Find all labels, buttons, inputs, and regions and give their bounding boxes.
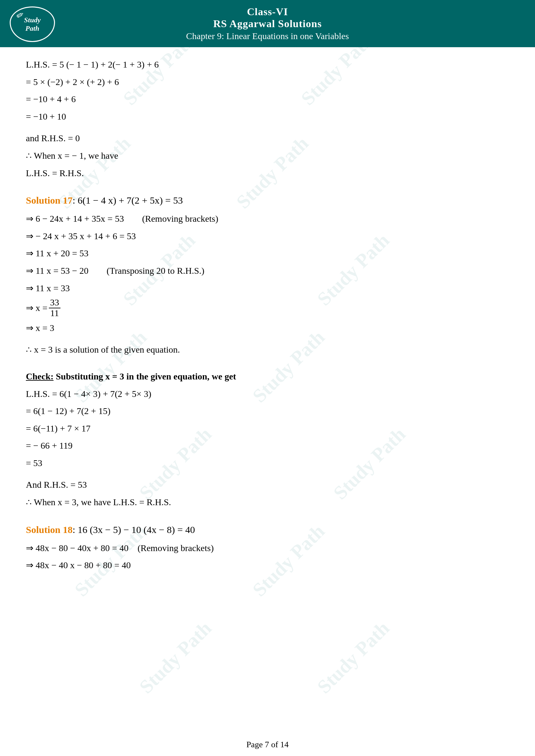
sol17-step4: ⇒ 11 x = 53 − 20 (Transposing 20 to R.H.… [26,263,509,279]
conclusion-when: ∴ When x = − 1, we have [26,148,509,164]
logo-study-text: Study [24,16,41,24]
sol17-step1: ⇒ 6 − 24x + 14 + 35x = 53 (Removing brac… [26,211,509,227]
check17-lhs: L.H.S. = 6(1 − 4× 3) + 7(2 + 5× 3) [26,386,509,402]
fraction-denominator: 11 [49,308,60,318]
check17-rhs: And R.H.S. = 53 [26,477,509,493]
solution-18-eq: : 16 (3x − 5) − 10 (4x − 8) = 40 [72,524,195,535]
check-text: Substituting x = 3 in the given equation… [54,371,236,381]
check17-c4: = 53 [26,455,509,471]
main-content: L.H.S. = 5 (− 1 − 1) + 2(− 1 + 3) + 6 = … [0,47,535,594]
fraction-33-11: 33 11 [49,298,61,318]
step-line-2: = −10 + 4 + 6 [26,92,509,107]
watermark: Study Path [313,617,394,698]
sol17-step7: ⇒ x = 3 [26,320,509,336]
logo-circle: ✏ Study Path [10,7,55,42]
page-number: Page 7 of 14 [246,740,289,749]
check17-c2: = 6(−11) + 7 × 17 [26,421,509,436]
lhs-start-line: L.H.S. = 5 (− 1 − 1) + 2(− 1 + 3) + 6 [26,57,509,72]
page-container: Study Path Study Path Study Path Study P… [0,0,535,756]
header-book: RS Aggarwal Solutions [3,18,532,30]
solution-17-header: Solution 17: 6(1 − 4 x) + 7(2 + 5x) = 53 [26,192,509,208]
check17-conclusion: ∴ When x = 3, we have L.H.S. = R.H.S. [26,495,509,510]
fraction-prefix: ⇒ x = [26,300,47,316]
page-header: ✏ Study Path Class-VI RS Aggarwal Soluti… [0,0,535,47]
logo: ✏ Study Path [5,3,60,45]
sol17-step5: ⇒ 11 x = 33 [26,281,509,296]
check17-c1: = 6(1 − 12) + 7(2 + 15) [26,403,509,419]
check-word: Check: [26,371,54,381]
header-chapter: Chapter 9: Linear Equations in one Varia… [3,31,532,41]
sol18-step1: ⇒ 48x − 80 − 40x + 80 = 40 (Removing bra… [26,540,509,556]
page-footer: Page 7 of 14 [0,740,535,749]
step-line-3: = −10 + 10 [26,109,509,124]
solution-18-header: Solution 18: 16 (3x − 5) − 10 (4x − 8) =… [26,521,509,538]
check17-c3: = − 66 + 119 [26,438,509,453]
lhs-equals-rhs: L.H.S. = R.H.S. [26,166,509,181]
sol17-step2: ⇒ − 24 x + 35 x + 14 + 6 = 53 [26,229,509,244]
fraction-numerator: 33 [49,298,61,308]
rhs-line: and R.H.S. = 0 [26,131,509,146]
sol18-step2: ⇒ 48x − 40 x − 80 + 80 = 40 [26,557,509,573]
step-line-1: = 5 × (−2) + 2 × (+ 2) + 6 [26,74,509,90]
solution-17-eq: : 6(1 − 4 x) + 7(2 + 5x) = 53 [72,195,183,205]
check-17-header: Check: Substituting x = 3 in the given e… [26,369,509,384]
header-class: Class-VI [3,6,532,18]
logo-path-text: Path [26,24,40,33]
sol17-step3: ⇒ 11 x + 20 = 53 [26,246,509,261]
solution-18-label: Solution 18 [26,524,72,535]
watermark: Study Path [135,617,216,698]
sol17-fraction-line: ⇒ x = 33 11 [26,298,509,318]
sol17-conclusion: ∴ x = 3 is a solution of the given equat… [26,342,509,358]
solution-17-label: Solution 17 [26,195,72,205]
